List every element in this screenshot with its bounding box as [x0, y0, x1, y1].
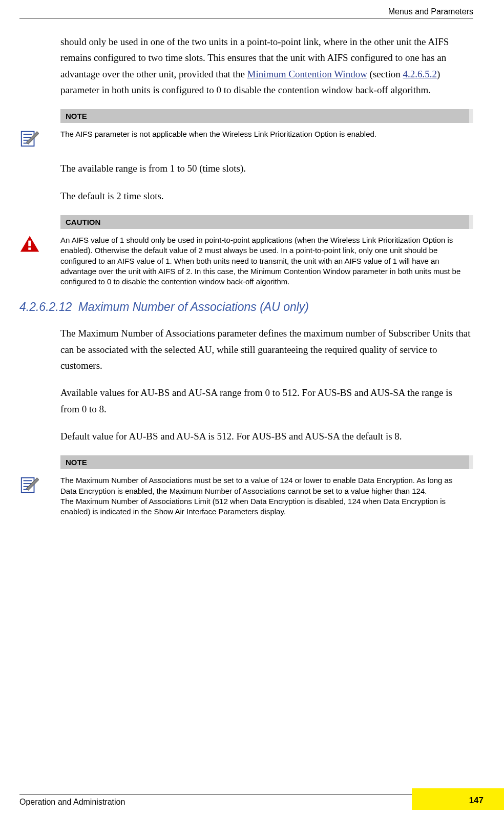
header-rule — [19, 18, 473, 18]
range-paragraph: The available range is from 1 to 50 (tim… — [60, 160, 473, 176]
svg-rect-6 — [28, 247, 31, 250]
note-callout-2: NOTE The Maximum Number of Associations … — [19, 455, 473, 517]
footer-rule — [19, 794, 412, 794]
link-min-contention-window[interactable]: Minimum Contention Window — [247, 69, 367, 79]
section-name: Maximum Number of Associations (AU only) — [78, 300, 309, 313]
page-footer: Operation and Administration 147 — [19, 794, 473, 807]
yellow-thumb-tab — [412, 788, 504, 810]
caution-icon — [19, 215, 43, 253]
caution-body: An AIFS value of 1 should only be used i… — [60, 235, 473, 287]
link-section-ref[interactable]: 4.2.6.5.2 — [403, 69, 437, 79]
note-body: The Maximum Number of Associations must … — [60, 475, 473, 517]
header-section: Menus and Parameters — [19, 7, 473, 16]
caution-header: CAUTION — [60, 215, 473, 229]
assoc-p3: Default value for AU-BS and AU-SA is 512… — [60, 428, 473, 444]
note2-line1: The Maximum Number of Associations must … — [60, 476, 452, 495]
intro-paragraph: should only be used in one of the two un… — [60, 34, 473, 98]
note-callout-1: NOTE The AIFS parameter is not applicabl… — [19, 109, 473, 148]
note-body: The AIFS parameter is not applicable whe… — [60, 129, 473, 139]
note-header: NOTE — [60, 109, 473, 123]
section-heading: 4.2.6.2.12 Maximum Number of Association… — [19, 300, 473, 314]
assoc-p2: Available values for AU-BS and AU-SA ran… — [60, 385, 473, 417]
default-paragraph: The default is 2 time slots. — [60, 188, 473, 204]
assoc-p1: The Maximum Number of Associations param… — [60, 325, 473, 373]
svg-rect-5 — [28, 241, 31, 246]
intro-text-b: (section — [367, 69, 403, 79]
note2-line2: The Maximum Number of Associations Limit… — [60, 497, 446, 516]
page-number: 147 — [469, 795, 484, 806]
note-icon — [19, 455, 43, 494]
footer-left: Operation and Administration — [19, 798, 125, 807]
caution-callout: CAUTION An AIFS value of 1 should only b… — [19, 215, 473, 287]
note-header: NOTE — [60, 455, 473, 469]
note-icon — [19, 109, 43, 148]
section-number: 4.2.6.2.12 — [19, 300, 72, 313]
